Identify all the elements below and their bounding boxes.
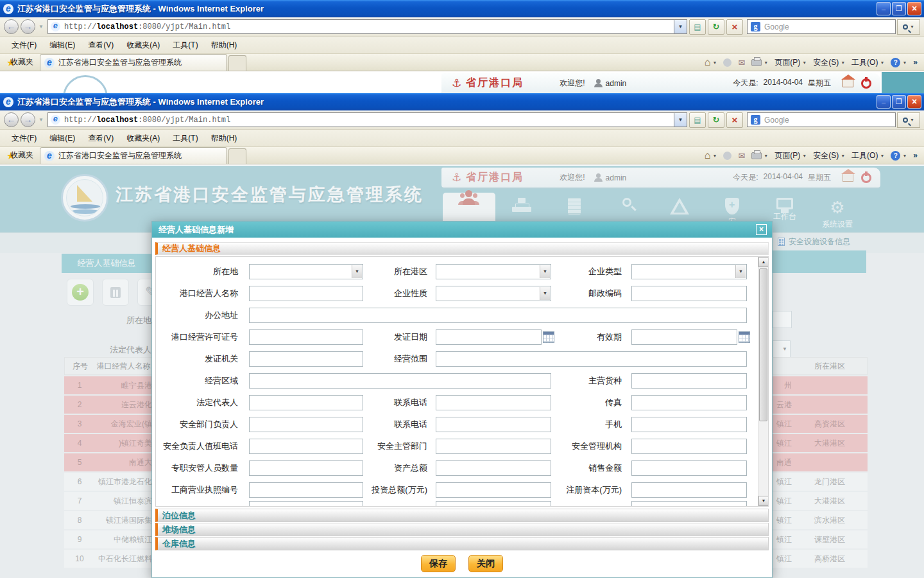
home-button[interactable]	[705, 57, 717, 68]
input-发证日期[interactable]	[436, 329, 542, 345]
forward-button[interactable]	[21, 112, 35, 127]
compatibility-view-icon[interactable]	[689, 19, 706, 35]
forward-button[interactable]	[21, 19, 35, 34]
menu-item[interactable]: 文件(F)	[5, 131, 43, 146]
section-bar-仓库信息[interactable]: 仓库信息	[155, 537, 769, 550]
search-button[interactable]	[897, 112, 920, 128]
page-menu[interactable]: 页面(P)	[774, 57, 807, 68]
stop-icon[interactable]	[726, 19, 743, 35]
input-安全管理机构[interactable]	[631, 439, 747, 454]
input-港口经营人名称[interactable]	[249, 286, 363, 301]
url-dropdown-icon[interactable]	[674, 19, 687, 34]
input-投资总额(万元)[interactable]	[436, 482, 551, 498]
input-资产总额[interactable]	[436, 460, 551, 476]
url-input[interactable]: e http://localhost:8080/yjpt/Main.html	[47, 112, 674, 127]
menu-item[interactable]: 工具(T)	[166, 131, 204, 146]
minimize-button[interactable]	[877, 2, 891, 15]
refresh-icon[interactable]	[708, 19, 724, 35]
menu-item[interactable]: 工具(T)	[166, 38, 204, 53]
input-港口经营许可证号[interactable]	[249, 329, 363, 345]
help-button[interactable]	[891, 58, 907, 67]
back-button[interactable]	[4, 19, 19, 34]
select-企业类型[interactable]	[631, 264, 747, 279]
search-button[interactable]	[897, 19, 920, 35]
menu-item[interactable]: 编辑(E)	[43, 38, 81, 53]
input-安全负责人值班电话[interactable]	[249, 439, 363, 454]
menu-item[interactable]: 收藏夹(A)	[120, 38, 166, 53]
input-主营货种[interactable]	[631, 373, 747, 389]
more-commands-icon[interactable]	[913, 151, 918, 160]
print-button[interactable]	[751, 152, 768, 159]
logout-icon[interactable]	[861, 78, 871, 89]
menu-item[interactable]: 收藏夹(A)	[120, 131, 166, 146]
favorites-button[interactable]: 收藏夹	[0, 54, 40, 71]
input-工商营业执照编号[interactable]	[249, 482, 363, 498]
input-经营区域[interactable]	[249, 373, 551, 389]
help-button[interactable]	[891, 151, 907, 161]
input-传真[interactable]	[631, 395, 747, 410]
minimize-button[interactable]	[877, 95, 891, 109]
input-专职安管人员数量[interactable]	[249, 460, 363, 476]
menu-item[interactable]: 帮助(H)	[205, 131, 244, 146]
close-button[interactable]: 关闭	[468, 555, 503, 572]
input-邮政编码[interactable]	[631, 286, 747, 301]
chevron-down-icon[interactable]	[540, 287, 550, 300]
feeds-button[interactable]	[723, 152, 732, 160]
dialog-close-icon[interactable]	[756, 224, 767, 235]
mail-button[interactable]	[738, 58, 745, 67]
print-button[interactable]	[751, 59, 768, 66]
menu-item[interactable]: 帮助(H)	[205, 38, 244, 53]
calendar-icon[interactable]	[543, 331, 554, 343]
input-联系电话[interactable]	[436, 395, 551, 410]
chevron-down-icon[interactable]	[735, 265, 746, 278]
select-企业性质[interactable]	[436, 286, 551, 301]
input-安全主管部门[interactable]	[436, 439, 551, 454]
input-法定代表人[interactable]	[249, 395, 363, 410]
menu-item[interactable]: 编辑(E)	[43, 131, 81, 146]
input-办公地址[interactable]	[249, 308, 747, 323]
tools-menu[interactable]: 工具(O)	[851, 57, 884, 68]
home-button[interactable]	[705, 150, 717, 161]
url-input[interactable]: e http://localhost:8080/yjpt/Main.html	[47, 19, 674, 34]
safety-menu[interactable]: 安全(S)	[813, 150, 845, 161]
input-发证机关[interactable]	[249, 351, 363, 367]
browser-tab[interactable]: e 江苏省港口安全监管与应急管理系统	[40, 147, 227, 164]
scroll-up-icon[interactable]	[758, 257, 769, 267]
input-手机[interactable]	[631, 417, 747, 432]
section-bar-泊位信息[interactable]: 泊位信息	[155, 509, 769, 522]
menu-item[interactable]: 查看(V)	[81, 38, 120, 53]
more-commands-icon[interactable]	[913, 58, 918, 67]
compatibility-view-icon[interactable]	[689, 112, 706, 128]
safety-menu[interactable]: 安全(S)	[813, 57, 845, 68]
new-tab-button[interactable]	[228, 55, 246, 71]
tools-menu[interactable]: 工具(O)	[851, 150, 884, 161]
chevron-down-icon[interactable]	[352, 265, 362, 278]
input-有效期[interactable]	[631, 329, 737, 345]
menu-item[interactable]: 文件(F)	[5, 38, 43, 53]
scroll-down-icon[interactable]	[758, 496, 769, 506]
restore-button[interactable]	[892, 95, 906, 109]
new-tab-button[interactable]	[228, 148, 246, 164]
url-dropdown-icon[interactable]	[674, 112, 687, 127]
stop-icon[interactable]	[726, 112, 743, 128]
feeds-button[interactable]	[723, 58, 732, 67]
input-经营范围[interactable]	[436, 351, 747, 367]
recent-pages-icon[interactable]	[38, 24, 44, 30]
home-icon[interactable]	[843, 79, 853, 87]
form-scrollbar[interactable]	[758, 257, 768, 506]
input-联系电话[interactable]	[436, 417, 551, 432]
menu-item[interactable]: 查看(V)	[81, 131, 120, 146]
mail-button[interactable]	[738, 151, 745, 161]
search-input[interactable]: Google	[747, 19, 896, 34]
search-input[interactable]: Google	[747, 112, 896, 127]
calendar-icon[interactable]	[739, 331, 750, 343]
select-所在地[interactable]	[249, 264, 363, 279]
input-clipped[interactable]	[436, 501, 551, 506]
restore-button[interactable]	[892, 2, 906, 15]
select-所在港区[interactable]	[436, 264, 551, 279]
recent-pages-icon[interactable]	[38, 117, 44, 123]
section-bar-堆场信息[interactable]: 堆场信息	[155, 523, 769, 536]
input-clipped[interactable]	[249, 501, 363, 506]
page-menu[interactable]: 页面(P)	[774, 150, 807, 161]
favorites-button[interactable]: 收藏夹	[0, 147, 40, 164]
